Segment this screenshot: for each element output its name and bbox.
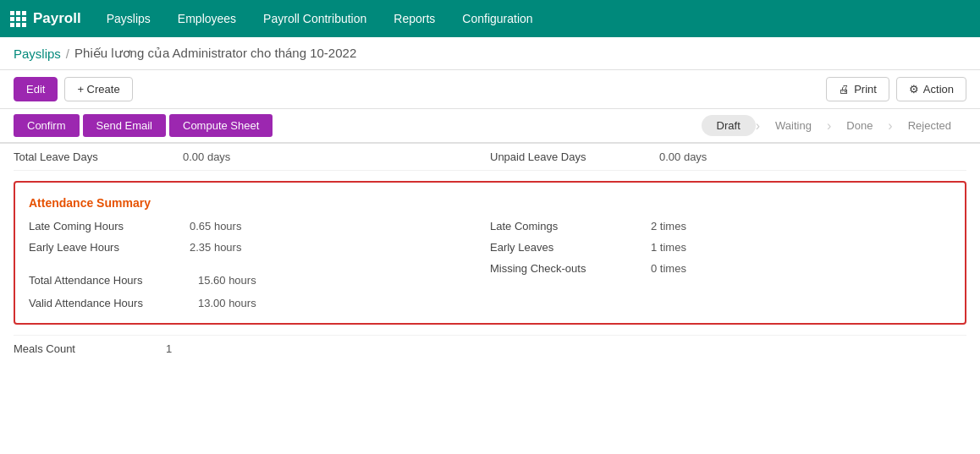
early-leave-hours-value: 2.35 hours xyxy=(190,241,241,254)
missing-checkouts-row: Missing Check-outs 0 times xyxy=(490,262,951,275)
toolbar: Confirm Send Email Compute Sheet Draft ›… xyxy=(0,109,980,144)
breadcrumb-link[interactable]: Payslips xyxy=(14,46,61,61)
status-draft[interactable]: Draft xyxy=(702,115,756,136)
late-comings-value: 2 times xyxy=(651,220,686,232)
early-leaves-label: Early Leaves xyxy=(490,241,651,254)
breadcrumb-current: Phiếu lương của Administrator cho tháng … xyxy=(74,46,356,61)
attendance-summary-box: Attendance Summary Late Coming Hours 0.6… xyxy=(14,181,966,325)
missing-checkouts-value: 0 times xyxy=(651,262,686,275)
early-leaves-value: 1 times xyxy=(651,241,686,254)
attendance-title: Attendance Summary xyxy=(29,196,951,210)
total-attendance-label: Total Attendance Hours xyxy=(29,274,198,287)
action-bar: Edit + Create 🖨 Print ⚙ Action xyxy=(0,70,980,109)
print-icon: 🖨 xyxy=(839,83,850,96)
total-attendance-row: Total Attendance Hours 15.60 hours xyxy=(29,274,490,287)
action-button[interactable]: ⚙ Action xyxy=(896,77,966,101)
nav-item-employees[interactable]: Employees xyxy=(166,5,248,32)
content: Total Leave Days 0.00 days Unpaid Leave … xyxy=(0,144,980,375)
nav-item-reports[interactable]: Reports xyxy=(382,5,447,32)
grid-icon xyxy=(10,11,26,27)
nav-item-configuration[interactable]: Configuration xyxy=(450,5,544,32)
compute-sheet-button[interactable]: Compute Sheet xyxy=(169,114,273,137)
valid-attendance-label: Valid Attendance Hours xyxy=(29,297,198,309)
app-icon: Payroll xyxy=(10,10,81,27)
early-leave-hours-row: Early Leave Hours 2.35 hours xyxy=(29,241,490,254)
nav-items: Payslips Employees Payroll Contribution … xyxy=(95,5,545,32)
unpaid-leave-col: Unpaid Leave Days 0.00 days xyxy=(490,150,966,163)
attendance-grid: Late Coming Hours 0.65 hours Early Leave… xyxy=(29,220,951,309)
meals-label: Meals Count xyxy=(14,342,166,355)
print-label: Print xyxy=(854,83,877,96)
late-comings-label: Late Comings xyxy=(490,220,651,232)
total-attendance-value: 15.60 hours xyxy=(198,274,256,287)
status-done[interactable]: Done xyxy=(831,115,888,136)
early-leave-hours-label: Early Leave Hours xyxy=(29,241,190,254)
send-email-button[interactable]: Send Email xyxy=(83,114,166,137)
top-nav: Payroll Payslips Employees Payroll Contr… xyxy=(0,0,980,37)
breadcrumb: Payslips / Phiếu lương của Administrator… xyxy=(0,37,980,70)
valid-attendance-row: Valid Attendance Hours 13.00 hours xyxy=(29,297,490,309)
app-name: Payroll xyxy=(33,10,81,27)
breadcrumb-separator: / xyxy=(66,46,69,61)
late-coming-hours-label: Late Coming Hours xyxy=(29,220,190,232)
early-leaves-row: Early Leaves 1 times xyxy=(490,241,951,254)
meals-value: 1 xyxy=(166,342,172,355)
nav-item-payroll-contribution[interactable]: Payroll Contribution xyxy=(251,5,378,32)
edit-button[interactable]: Edit xyxy=(14,77,58,101)
action-label: Action xyxy=(923,83,954,96)
status-waiting[interactable]: Waiting xyxy=(760,115,827,136)
unpaid-leave-value: 0.00 days xyxy=(659,150,707,163)
attendance-right: Late Comings 2 times Early Leaves 1 time… xyxy=(490,220,951,309)
attendance-left: Late Coming Hours 0.65 hours Early Leave… xyxy=(29,220,490,309)
late-coming-hours-row: Late Coming Hours 0.65 hours xyxy=(29,220,490,232)
unpaid-leave-label: Unpaid Leave Days xyxy=(490,150,659,163)
print-button[interactable]: 🖨 Print xyxy=(826,77,889,101)
status-rejected[interactable]: Rejected xyxy=(893,115,966,136)
total-leave-value: 0.00 days xyxy=(183,150,230,163)
late-comings-row: Late Comings 2 times xyxy=(490,220,951,232)
total-leave-label: Total Leave Days xyxy=(14,150,183,163)
late-coming-hours-value: 0.65 hours xyxy=(190,220,241,232)
missing-checkouts-label: Missing Check-outs xyxy=(490,262,651,275)
create-button[interactable]: + Create xyxy=(64,77,132,101)
nav-item-payslips[interactable]: Payslips xyxy=(95,5,162,32)
gear-icon: ⚙ xyxy=(909,83,919,96)
status-bar: Draft › Waiting › Done › Rejected xyxy=(702,115,966,136)
confirm-button[interactable]: Confirm xyxy=(14,114,80,137)
leave-days-row: Total Leave Days 0.00 days Unpaid Leave … xyxy=(14,144,966,171)
meals-count-row: Meals Count 1 xyxy=(14,335,966,362)
total-leave-col: Total Leave Days 0.00 days xyxy=(14,150,490,163)
valid-attendance-value: 13.00 hours xyxy=(198,297,256,309)
